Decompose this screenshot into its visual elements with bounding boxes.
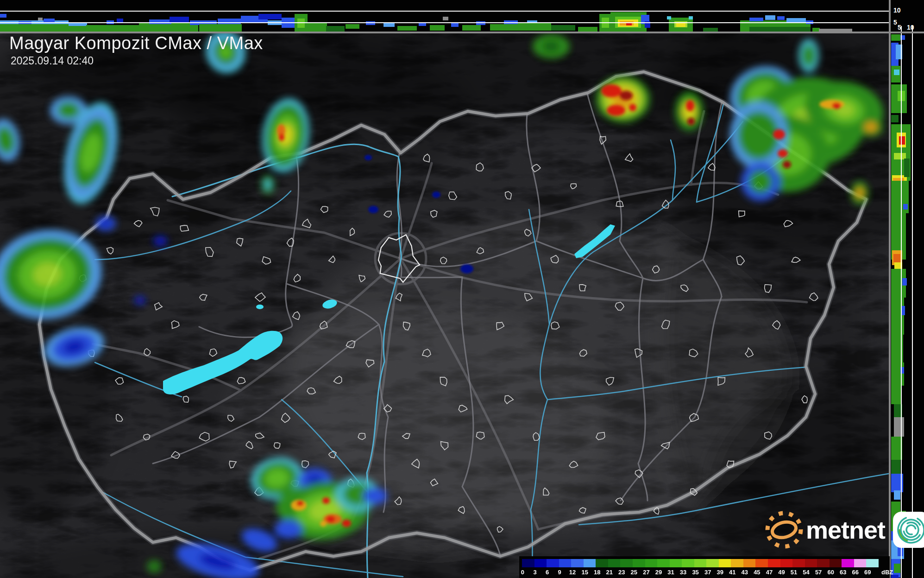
legend-tick-label: 23 [618,569,625,576]
page-title: Magyar Kompozit CMax / VMax [9,33,263,53]
legend-color-cell [743,559,756,567]
brand-name: metnet [806,515,885,544]
legend-color-cell [559,559,572,567]
sun-icon [764,510,804,550]
legend-tick-label: 47 [766,569,773,576]
legend-tick-label: 29 [655,569,662,576]
legend-color-cell [547,559,559,567]
legend-tick-label: 31 [667,569,674,576]
legend-color-cell [633,559,645,567]
legend-color-cell [830,559,842,567]
legend-color-cell [645,559,658,567]
metnet-app-icon [893,511,924,548]
legend-tick-label: 33 [680,569,686,576]
legend-color-cell [768,559,780,567]
legend-tick-label: 15 [581,569,588,576]
legend-color-cell [571,559,584,567]
legend-color-cell [842,559,854,567]
legend-color-cell [792,559,805,567]
legend-tick-label: 39 [717,569,723,576]
legend-color-cell [854,559,867,567]
legend-tick-label: 63 [840,569,846,576]
reflectivity-legend: 0369121518212325272931333537394143454749… [519,556,890,578]
legend-tick-label: 66 [852,569,859,576]
legend-color-cell [522,559,534,567]
legend-tick-label: 43 [742,569,748,576]
svg-text:10: 10 [907,24,914,31]
top-cross-section [0,0,924,32]
legend-tick-label: 6 [546,569,549,576]
legend-color-cell [817,559,830,567]
legend-tick-label: 54 [803,569,809,576]
metnet-logo[interactable]: metnet [764,510,924,550]
legend-color-cell [731,559,743,567]
legend-tick-label: 27 [643,569,649,576]
legend-color-cell [706,559,719,567]
legend-tick-label: 35 [692,569,698,576]
legend-color-cell [780,559,793,567]
legend-tick-label: 21 [606,569,613,576]
legend-tick-label: 49 [778,569,785,576]
radar-app: 105510 Magyar Kompozit CMax / VMax 2025.… [0,0,924,578]
svg-text:10: 10 [893,6,901,14]
legend-tick-label: 0 [521,569,524,576]
legend-color-cell [620,559,633,567]
legend-color-cell [866,559,879,567]
legend-tick-label: 9 [558,569,561,576]
legend-tick-label: 60 [827,569,834,576]
legend-color-cell [719,559,731,567]
radar-map-image: 105510 [0,0,924,578]
legend-tick-label: 41 [729,569,735,576]
legend-tick-label: 25 [631,569,637,576]
right-cross-section [891,26,924,578]
legend-color-cell [670,559,682,567]
legend-tick-label: 37 [704,569,711,576]
legend-color-cell [584,559,596,567]
legend-color-cell [534,559,547,567]
legend-color-cell [755,559,768,567]
legend-tick-label: 12 [569,569,576,576]
legend-color-cell [608,559,621,567]
legend-color-cell [805,559,817,567]
legend-tick-label: 57 [815,569,822,576]
legend-tick-label: 51 [791,569,797,576]
svg-text:5: 5 [893,19,897,26]
timestamp: 2025.09.14 02:40 [11,55,94,67]
legend-color-cell [657,559,670,567]
legend-color-cell [596,559,608,567]
legend-color-cell [694,559,707,567]
legend-tick-label: 69 [864,569,871,576]
legend-color-cell [682,559,694,567]
legend-tick-label: 45 [754,569,760,576]
divider-vertical [889,0,891,578]
svg-text:5: 5 [898,24,901,31]
legend-tick-label: 18 [594,569,600,576]
legend-tick-label: 3 [533,569,536,576]
lake-small [256,305,264,309]
legend-unit-label: dBZ [881,569,893,576]
